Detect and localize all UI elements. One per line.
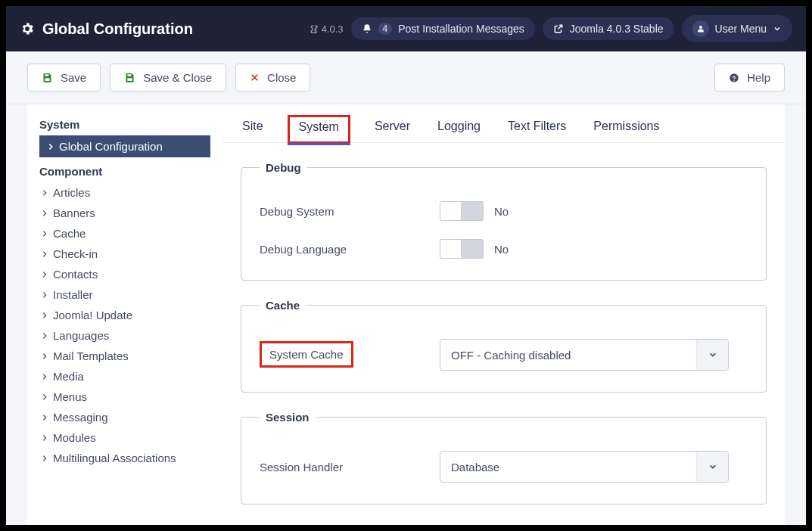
select-session-handler[interactable]: Database xyxy=(440,451,729,483)
sidebar-item[interactable]: Cache xyxy=(39,223,210,244)
gear-icon xyxy=(20,21,35,36)
sidebar-item-label: Joomla! Update xyxy=(53,309,132,321)
page-title: Global Configuration xyxy=(42,20,193,38)
tab-text-filters[interactable]: Text Filters xyxy=(505,115,569,142)
status-label: Joomla 4.0.3 Stable xyxy=(570,23,664,35)
row-session-handler: Session Handler Database xyxy=(260,451,748,483)
chevron-right-icon xyxy=(41,434,48,442)
label-system-cache: System Cache xyxy=(260,341,353,368)
tab-server[interactable]: Server xyxy=(372,115,413,142)
label-session-handler: Session Handler xyxy=(260,461,440,474)
chevron-right-icon xyxy=(41,455,48,462)
sidebar-item-label: Messaging xyxy=(53,411,108,424)
sidebar-item-label: Articles xyxy=(53,186,90,199)
user-menu-pill[interactable]: User Menu xyxy=(682,15,792,42)
save-close-button[interactable]: Save & Close xyxy=(110,64,226,92)
fieldset-session: Session Session Handler Database xyxy=(241,411,767,505)
sidebar-heading-component: Component xyxy=(39,165,210,178)
sidebar-item[interactable]: Menus xyxy=(39,387,210,407)
chevron-down-icon xyxy=(773,24,782,33)
help-button[interactable]: Help xyxy=(714,64,785,92)
value-debug-language: No xyxy=(494,243,509,256)
fieldset-cache: Cache System Cache OFF - Caching disable… xyxy=(241,299,767,393)
bell-icon xyxy=(362,23,372,34)
notifications-pill[interactable]: 4 Post Installation Messages xyxy=(351,17,535,40)
sidebar-active-label: Global Configuration xyxy=(59,140,163,153)
version-label: 4.0.3 xyxy=(310,23,344,35)
sidebar-item-label: Contacts xyxy=(53,268,98,281)
value-debug-system: No xyxy=(494,205,509,218)
label-debug-system: Debug System xyxy=(260,205,440,218)
select-system-cache[interactable]: OFF - Caching disabled xyxy=(440,339,729,371)
chevron-right-icon xyxy=(41,230,48,238)
label-debug-language: Debug Language xyxy=(260,243,440,256)
save-button[interactable]: Save xyxy=(27,64,101,92)
sidebar-item[interactable]: Installer xyxy=(39,284,210,305)
joomla-icon xyxy=(310,24,319,33)
sidebar-item[interactable]: Messaging xyxy=(39,407,210,427)
sidebar-item[interactable]: Banners xyxy=(39,203,210,223)
tab-site[interactable]: Site xyxy=(239,115,266,142)
sidebar-heading-system: System xyxy=(39,118,210,131)
toggle-debug-language[interactable] xyxy=(440,239,484,259)
sidebar-item-label: Installer xyxy=(53,288,93,301)
sidebar-item-label: Media xyxy=(53,370,84,383)
chevron-right-icon xyxy=(41,312,48,319)
sidebar-item[interactable]: Check-in xyxy=(39,244,210,264)
sidebar-list: ArticlesBannersCacheCheck-inContactsInst… xyxy=(39,182,210,468)
close-icon xyxy=(250,73,260,82)
sidebar-item[interactable]: Modules xyxy=(39,427,210,448)
sidebar-item[interactable]: Contacts xyxy=(39,264,210,284)
sidebar-item-label: Languages xyxy=(53,329,109,342)
save-icon xyxy=(42,72,53,83)
chevron-right-icon xyxy=(41,291,48,299)
chevron-right-icon xyxy=(41,271,48,278)
legend-debug: Debug xyxy=(260,161,307,174)
svg-point-0 xyxy=(699,26,702,29)
tab-logging[interactable]: Logging xyxy=(434,115,484,142)
sidebar-item[interactable]: Joomla! Update xyxy=(39,305,210,325)
main: System Global Configuration Component Ar… xyxy=(6,104,806,525)
select-value-system-cache: OFF - Caching disabled xyxy=(451,349,571,362)
chevron-right-icon xyxy=(41,414,48,421)
sidebar-item-label: Mail Templates xyxy=(53,349,129,362)
user-menu-label: User Menu xyxy=(715,23,767,35)
sidebar-item[interactable]: Mail Templates xyxy=(39,346,210,366)
toolbar: Save Save & Close Close Help xyxy=(6,51,806,104)
sidebar-item-label: Menus xyxy=(53,390,87,403)
sidebar-item-label: Banners xyxy=(53,206,95,219)
status-pill[interactable]: Joomla 4.0.3 Stable xyxy=(543,17,674,40)
content: SiteSystemServerLoggingText FiltersPermi… xyxy=(222,104,785,525)
chevron-right-icon xyxy=(41,210,48,217)
row-system-cache: System Cache OFF - Caching disabled xyxy=(260,339,748,371)
sidebar-item-label: Modules xyxy=(53,431,96,444)
save-icon xyxy=(124,72,135,83)
tab-permissions[interactable]: Permissions xyxy=(590,115,662,142)
select-value-session-handler: Database xyxy=(451,461,499,474)
chevron-down-icon xyxy=(696,452,728,482)
sidebar-item[interactable]: Languages xyxy=(39,325,210,346)
chevron-right-icon xyxy=(47,143,54,151)
chevron-right-icon xyxy=(41,373,48,380)
chevron-right-icon xyxy=(41,250,48,258)
settings-panel: Debug Debug System No Debug Language No xyxy=(222,143,785,525)
fieldset-debug: Debug Debug System No Debug Language No xyxy=(241,161,767,281)
sidebar-item-label: Cache xyxy=(53,227,86,240)
legend-session: Session xyxy=(260,411,316,424)
sidebar-item[interactable]: Media xyxy=(39,366,210,387)
row-debug-system: Debug System No xyxy=(260,201,748,221)
row-debug-language: Debug Language No xyxy=(260,239,748,259)
chevron-right-icon xyxy=(41,352,48,360)
sidebar-item[interactable]: Multilingual Associations xyxy=(39,448,210,468)
tab-system[interactable]: System xyxy=(288,115,350,144)
sidebar-item-global-configuration[interactable]: Global Configuration xyxy=(39,135,210,157)
toggle-debug-system[interactable] xyxy=(440,201,484,221)
notifications-count: 4 xyxy=(378,23,393,35)
page-title-wrap: Global Configuration xyxy=(20,20,193,38)
user-icon xyxy=(692,20,709,37)
sidebar-item[interactable]: Articles xyxy=(39,182,210,203)
close-button[interactable]: Close xyxy=(235,64,310,92)
chevron-right-icon xyxy=(41,332,48,340)
sidebar: System Global Configuration Component Ar… xyxy=(27,104,222,525)
legend-cache: Cache xyxy=(260,299,306,312)
